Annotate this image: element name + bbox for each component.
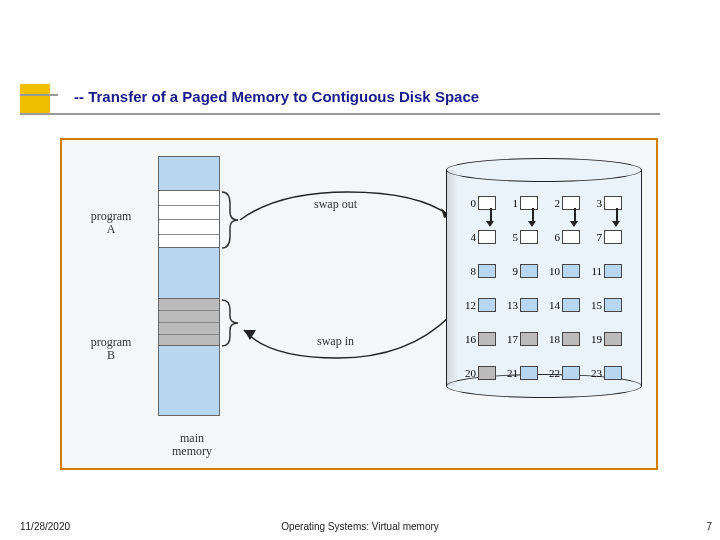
disk-block: 7 xyxy=(588,222,628,252)
bracket-program-b xyxy=(220,298,240,348)
program-b-label: programB xyxy=(76,336,146,362)
arrow-icon xyxy=(616,208,618,222)
disk-block: 22 xyxy=(546,358,586,388)
disk-block: 20 xyxy=(462,358,502,388)
disk-block: 8 xyxy=(462,256,502,286)
footer-page-number: 7 xyxy=(706,521,712,532)
disk-block: 13 xyxy=(504,290,544,320)
slide-title: -- Transfer of a Paged Memory to Contigu… xyxy=(74,88,479,105)
disk-block: 0 xyxy=(462,188,502,218)
program-b-pages xyxy=(158,298,220,346)
disk-block: 16 xyxy=(462,324,502,354)
disk-block: 18 xyxy=(546,324,586,354)
arrow-icon xyxy=(490,208,492,222)
disk-block: 3 xyxy=(588,188,628,218)
arrow-icon xyxy=(532,208,534,222)
bracket-program-a xyxy=(220,190,240,250)
disk-block: 6 xyxy=(546,222,586,252)
disk-block: 11 xyxy=(588,256,628,286)
swap-in-arrow xyxy=(238,310,458,370)
disk-block: 17 xyxy=(504,324,544,354)
disk-block: 4 xyxy=(462,222,502,252)
diagram-frame: programA programB mainmemory swap out sw… xyxy=(60,138,658,470)
arrow-icon xyxy=(574,208,576,222)
disk-block: 23 xyxy=(588,358,628,388)
disk-block: 5 xyxy=(504,222,544,252)
disk-block-grid: 01234567891011121314151617181920212223 xyxy=(462,188,628,388)
swap-out-arrow xyxy=(238,190,458,250)
program-a-label: programA xyxy=(76,210,146,236)
disk-block: 1 xyxy=(504,188,544,218)
disk-block: 19 xyxy=(588,324,628,354)
program-a-pages xyxy=(158,190,220,248)
disk-cylinder: 01234567891011121314151617181920212223 xyxy=(446,158,642,398)
main-memory-column xyxy=(158,156,220,416)
disk-block: 10 xyxy=(546,256,586,286)
disk-block: 2 xyxy=(546,188,586,218)
disk-block: 12 xyxy=(462,290,502,320)
disk-block: 9 xyxy=(504,256,544,286)
footer-title: Operating Systems: Virtual memory xyxy=(0,521,720,532)
disk-block: 14 xyxy=(546,290,586,320)
disk-block: 21 xyxy=(504,358,544,388)
disk-block: 15 xyxy=(588,290,628,320)
main-memory-label: mainmemory xyxy=(152,432,232,458)
